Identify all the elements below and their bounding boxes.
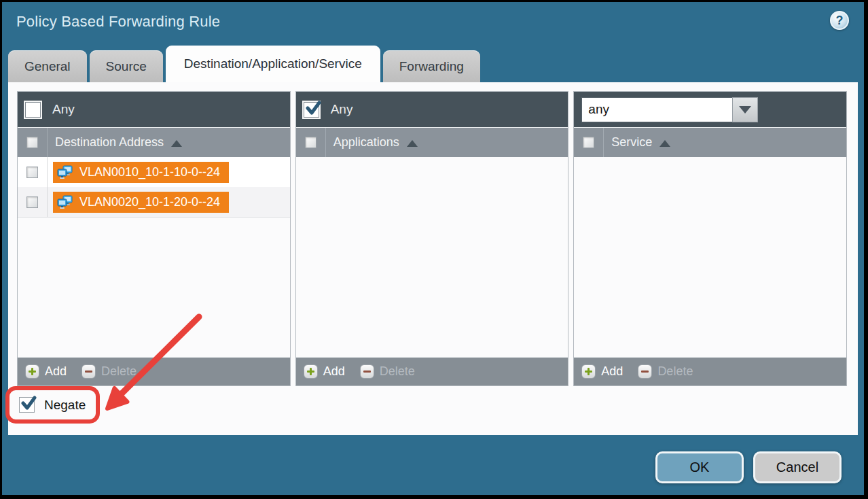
table-row: VLAN0010_10-1-10-0--24: [18, 157, 290, 187]
minus-icon: [360, 364, 374, 379]
service-column-header[interactable]: Service: [604, 128, 670, 157]
table-row: VLAN0020_10-1-20-0--24: [18, 187, 290, 217]
delete-label: Delete: [380, 364, 415, 379]
service-mode-value: any: [581, 97, 732, 122]
destination-any-label: Any: [52, 102, 75, 117]
delete-destination-button[interactable]: Delete: [82, 364, 137, 379]
service-column: any Service: [573, 91, 847, 386]
tab-forwarding-label: Forwarding: [399, 59, 464, 74]
plus-icon: [25, 364, 39, 379]
applications-header-row: Applications: [296, 127, 568, 157]
chevron-down-icon: [739, 106, 751, 114]
service-header-label: Service: [611, 135, 652, 150]
tab-source-label: Source: [106, 59, 147, 74]
destination-select-all-checkbox[interactable]: [26, 137, 38, 148]
service-dropdown-bar: any: [574, 92, 846, 127]
destination-address-header-row: Destination Address: [18, 127, 290, 157]
cancel-button-label: Cancel: [776, 460, 818, 475]
add-label: Add: [323, 364, 345, 379]
help-icon[interactable]: ?: [830, 11, 849, 30]
destination-footer-bar: Add Delete: [18, 357, 290, 385]
add-destination-button[interactable]: Add: [25, 364, 67, 379]
row-checkbox[interactable]: [26, 196, 38, 208]
destination-any-checkbox[interactable]: [25, 102, 41, 118]
ok-button-label: OK: [690, 460, 710, 475]
tab-forwarding[interactable]: Forwarding: [383, 50, 480, 82]
address-object-name: VLAN0010_10-1-10-0--24: [79, 165, 220, 179]
add-label: Add: [45, 364, 67, 379]
screenshot-root: { "window": { "title": "Policy Based For…: [0, 0, 868, 499]
pbf-rule-dialog: Policy Based Forwarding Rule ? General S…: [2, 2, 864, 495]
row-checkbox[interactable]: [26, 167, 38, 178]
help-glyph: ?: [836, 14, 844, 28]
applications-any-bar: Any: [296, 92, 568, 127]
ok-button[interactable]: OK: [655, 451, 744, 483]
minus-icon: [82, 364, 96, 379]
applications-header-label: Applications: [333, 135, 399, 150]
tab-destination-application-service[interactable]: Destination/Application/Service: [166, 46, 380, 82]
delete-application-button[interactable]: Delete: [360, 364, 415, 379]
sort-ascending-icon: [407, 140, 418, 147]
applications-any-label: Any: [331, 102, 353, 117]
service-mode-dropdown[interactable]: any: [581, 97, 758, 122]
negate-checkbox[interactable]: [19, 397, 35, 413]
add-application-button[interactable]: Add: [304, 364, 345, 379]
destination-address-header-label: Destination Address: [55, 135, 164, 150]
delete-label: Delete: [101, 364, 137, 379]
destination-address-column: Any Destination Address: [17, 91, 291, 386]
tab-bar: General Source Destination/Application/S…: [8, 46, 858, 82]
add-label: Add: [601, 364, 623, 379]
tab-general-label: General: [24, 59, 71, 74]
check-icon: [20, 395, 37, 411]
destination-address-list: VLAN0010_10-1-10-0--24: [18, 157, 290, 357]
delete-label: Delete: [657, 364, 693, 379]
network-icon: [57, 195, 73, 209]
applications-column-header[interactable]: Applications: [326, 128, 418, 157]
add-service-button[interactable]: Add: [581, 364, 623, 379]
tab-content-panel: Any Destination Address: [8, 82, 858, 435]
destination-address-column-header[interactable]: Destination Address: [48, 128, 182, 157]
sort-ascending-icon: [171, 140, 182, 147]
applications-footer-bar: Add Delete: [296, 357, 568, 385]
service-header-row: Service: [574, 127, 846, 157]
applications-select-all-checkbox[interactable]: [305, 137, 317, 148]
minus-icon: [638, 364, 652, 379]
check-icon: [305, 100, 321, 116]
selector-columns: Any Destination Address: [17, 91, 847, 386]
negate-label: Negate: [44, 398, 86, 413]
delete-service-button[interactable]: Delete: [638, 364, 693, 379]
network-icon: [57, 165, 73, 179]
tab-general[interactable]: General: [8, 50, 87, 82]
service-footer-bar: Add Delete: [574, 357, 846, 385]
applications-list: [296, 157, 568, 357]
dialog-title: Policy Based Forwarding Rule: [16, 13, 220, 31]
service-select-all-checkbox[interactable]: [583, 137, 594, 148]
plus-icon: [581, 364, 596, 379]
plus-icon: [304, 364, 318, 379]
destination-any-bar: Any: [18, 92, 290, 127]
address-object-name: VLAN0020_10-1-20-0--24: [79, 195, 220, 209]
tab-destination-application-service-label: Destination/Application/Service: [184, 56, 362, 71]
negate-annotation-highlight: Negate: [5, 386, 100, 424]
dropdown-button[interactable]: [732, 97, 758, 122]
sort-ascending-icon: [659, 140, 670, 147]
address-object-chip[interactable]: VLAN0010_10-1-10-0--24: [53, 162, 229, 183]
applications-any-checkbox[interactable]: [304, 102, 319, 118]
applications-column: Any Applications Add: [295, 91, 569, 386]
cancel-button[interactable]: Cancel: [753, 451, 842, 483]
address-object-chip[interactable]: VLAN0020_10-1-20-0--24: [53, 192, 229, 213]
service-list: [574, 157, 846, 357]
tab-source[interactable]: Source: [90, 50, 163, 82]
